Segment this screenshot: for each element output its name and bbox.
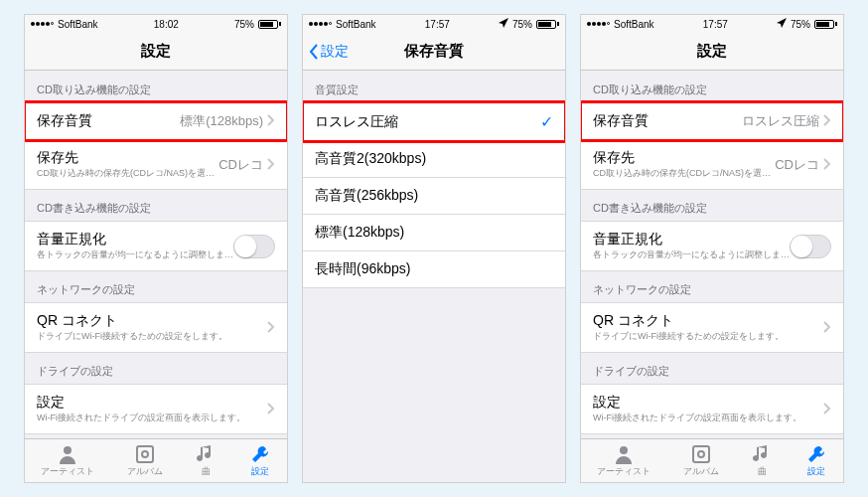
section-header: CD書き込み機能の設定 <box>581 189 843 221</box>
battery-icon <box>814 20 837 29</box>
wrench-icon <box>249 443 271 465</box>
time-label: 18:02 <box>154 19 179 30</box>
row-title: 保存先 <box>37 149 218 167</box>
tab-song[interactable]: 曲 <box>195 443 217 478</box>
list-row[interactable]: QR コネクトドライブにWi-Fi接続するための設定をします。 <box>25 302 287 353</box>
song-icon <box>751 443 773 465</box>
time-label: 17:57 <box>703 19 728 30</box>
row-title: ロスレス圧縮 <box>315 113 540 131</box>
artist-icon <box>57 443 78 465</box>
svg-point-0 <box>64 446 72 454</box>
tab-label: アーティスト <box>597 465 651 478</box>
carrier-label: SoftBank <box>336 19 376 30</box>
tab-label: 設定 <box>807 465 825 478</box>
page-title: 設定 <box>697 42 727 61</box>
back-button[interactable]: 設定 <box>309 43 349 61</box>
row-subtitle: 各トラックの音量が均一になるように調整します。 <box>593 248 790 261</box>
section-header: CD取り込み機能の設定 <box>581 71 843 102</box>
checkmark-icon: ✓ <box>540 112 553 131</box>
toggle-switch[interactable] <box>790 235 831 258</box>
section-header: CD書き込み機能の設定 <box>25 189 287 221</box>
list-row[interactable]: 標準(128kbps) <box>303 214 565 251</box>
tab-label: 曲 <box>202 465 211 478</box>
tab-wrench[interactable]: 設定 <box>805 443 827 478</box>
list-row[interactable]: 保存音質標準(128kbps) <box>25 102 287 140</box>
wrench-icon <box>805 443 827 465</box>
toggle-switch[interactable] <box>233 235 275 258</box>
battery-percent: 75% <box>234 19 254 30</box>
tab-bar: アーティスト アルバム 曲 設定 <box>25 438 287 482</box>
list-row[interactable]: 保存音質ロスレス圧縮 <box>581 102 843 140</box>
row-title: 音量正規化 <box>37 231 233 248</box>
row-title: 設定 <box>37 394 267 412</box>
location-icon <box>777 18 787 30</box>
row-title: 標準(128kbps) <box>315 224 553 242</box>
signal-dots-icon <box>31 22 54 26</box>
battery-icon <box>536 20 559 29</box>
list-row[interactable]: 設定Wi-Fi接続されたドライブの設定画面を表示します。 <box>581 384 843 434</box>
nav-bar: 設定保存音質 <box>303 33 565 71</box>
tab-album[interactable]: アルバム <box>127 443 163 478</box>
row-subtitle: ドライブにWi-Fi接続するための設定をします。 <box>37 330 267 343</box>
phone-screen: SoftBank 18:02 75% 設定CD取り込み機能の設定 保存音質標準(… <box>24 14 288 483</box>
battery-percent: 75% <box>512 19 532 30</box>
song-icon <box>195 443 217 465</box>
list-row[interactable]: 保存先CD取り込み時の保存先(CDレコ/NAS)を選択しま...CDレコ <box>25 139 287 190</box>
tab-label: アルバム <box>127 465 163 478</box>
signal-dots-icon <box>309 22 332 26</box>
section-header: CD取り込み機能の設定 <box>25 71 287 102</box>
list-row[interactable]: 高音質2(320kbps) <box>303 140 565 178</box>
list-row[interactable]: ロスレス圧縮✓ <box>303 102 565 141</box>
list-row[interactable]: 保存先CD取り込み時の保存先(CDレコ/NAS)を選択しま...CDレコ <box>581 139 843 190</box>
list-row[interactable]: 長時間(96kbps) <box>303 250 565 288</box>
chevron-icon <box>823 319 831 337</box>
nav-bar: 設定 <box>25 33 287 71</box>
chevron-icon <box>267 319 275 337</box>
phone-screen: SoftBank 17:57 75% 設定CD取り込み機能の設定 保存音質ロスレ… <box>580 14 844 483</box>
chevron-icon <box>267 112 275 130</box>
section-header: ネットワークの設定 <box>25 270 287 302</box>
carrier-label: SoftBank <box>614 19 654 30</box>
row-subtitle: ドライブにWi-Fi接続するための設定をします。 <box>593 330 823 343</box>
phone-screen: SoftBank 17:57 75% 設定保存音質音質設定 ロスレス圧縮✓ 高音… <box>302 14 566 483</box>
row-value: ロスレス圧縮 <box>742 112 819 130</box>
page-title: 保存音質 <box>404 42 464 61</box>
signal-dots-icon <box>587 22 610 26</box>
row-value: CDレコ <box>775 156 819 174</box>
section-header: 音質設定 <box>303 71 565 102</box>
list-row[interactable]: 音量正規化各トラックの音量が均一になるように調整します。 <box>581 221 843 271</box>
tab-song[interactable]: 曲 <box>751 443 773 478</box>
row-title: 音量正規化 <box>593 231 790 248</box>
time-label: 17:57 <box>425 19 450 30</box>
row-title: 高音質2(320kbps) <box>315 150 553 168</box>
svg-point-3 <box>620 446 628 454</box>
svg-point-2 <box>142 451 148 457</box>
album-icon <box>690 443 712 465</box>
tab-album[interactable]: アルバム <box>683 443 719 478</box>
tab-artist[interactable]: アーティスト <box>597 443 651 478</box>
artist-icon <box>613 443 635 465</box>
row-title: 長時間(96kbps) <box>315 260 553 278</box>
list-row[interactable]: QR コネクトドライブにWi-Fi接続するための設定をします。 <box>581 302 843 353</box>
row-title: 保存音質 <box>593 112 742 130</box>
section-header: ネットワークの設定 <box>581 270 843 302</box>
list-row[interactable]: 音量正規化各トラックの音量が均一になるように調整します。 <box>25 221 287 271</box>
row-value: 標準(128kbps) <box>180 112 263 130</box>
tab-label: アルバム <box>683 465 719 478</box>
battery-percent: 75% <box>791 19 810 30</box>
tab-bar: アーティスト アルバム 曲 設定 <box>581 438 843 482</box>
row-title: QR コネクト <box>37 312 267 330</box>
content-area: CD取り込み機能の設定 保存音質標準(128kbps) 保存先CD取り込み時の保… <box>25 71 287 438</box>
list-row[interactable]: 高音質(256kbps) <box>303 177 565 215</box>
row-title: 保存先 <box>593 149 775 167</box>
status-bar: SoftBank 17:57 75% <box>303 15 565 33</box>
chevron-icon <box>823 112 831 130</box>
tab-label: アーティスト <box>41 465 94 478</box>
tab-wrench[interactable]: 設定 <box>249 443 271 478</box>
row-subtitle: CD取り込み時の保存先(CDレコ/NAS)を選択しま... <box>593 167 775 180</box>
tab-label: 曲 <box>758 465 767 478</box>
list-row[interactable]: 設定Wi-Fi接続されたドライブの設定画面を表示します。 <box>25 384 287 434</box>
tab-artist[interactable]: アーティスト <box>41 443 94 478</box>
tab-label: 設定 <box>251 465 269 478</box>
row-subtitle: CD取り込み時の保存先(CDレコ/NAS)を選択しま... <box>37 167 218 180</box>
